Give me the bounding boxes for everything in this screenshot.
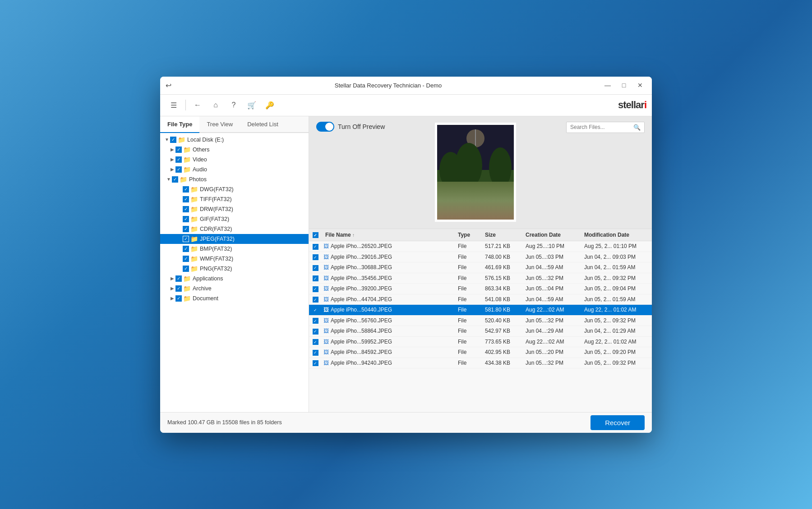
row-checkbox[interactable]: ✓ <box>313 254 318 260</box>
file-type-icon: 🖼 <box>323 317 329 324</box>
minimize-button[interactable]: — <box>601 79 614 92</box>
tree-item-label: PNG(FAT32) <box>200 266 232 272</box>
tree-checkbox[interactable]: ✓ <box>175 285 182 292</box>
row-checkbox-cell: ✓ <box>309 275 322 282</box>
row-checkbox[interactable]: ✓ <box>313 339 318 345</box>
tree-item-jpeg[interactable]: ✓ 📁 JPEG(FAT32) <box>160 234 309 244</box>
table-row[interactable]: ✓ 🖼 Apple iPho...56760.JPEG File 520.40 … <box>309 316 652 326</box>
row-filename: Apple iPho...39200.JPEG <box>331 285 392 292</box>
table-row[interactable]: ✓ 🖼 Apple iPho...39200.JPEG File 863.34 … <box>309 284 652 294</box>
svg-point-5 <box>455 143 482 188</box>
cart-button[interactable]: 🛒 <box>244 97 260 113</box>
close-button[interactable]: ✕ <box>634 79 646 92</box>
menu-button[interactable]: ☰ <box>166 97 182 113</box>
recover-button[interactable]: Recover <box>591 415 645 430</box>
table-row[interactable]: ✓ 🖼 Apple iPho...59952.JPEG File 773.65 … <box>309 337 652 348</box>
search-icon[interactable]: 🔍 <box>633 124 641 131</box>
tree-checkbox[interactable]: ✓ <box>175 275 182 282</box>
row-filename-cell: 🖼 Apple iPho...30688.JPEG <box>322 264 458 271</box>
maximize-button[interactable]: □ <box>618 79 630 92</box>
tree-item-others[interactable]: ▶ ✓ 📁 Others <box>160 145 309 155</box>
tree-checkbox[interactable]: ✓ <box>175 147 182 153</box>
table-row[interactable]: ✓ 🖼 Apple iPho...58864.JPEG File 542.97 … <box>309 326 652 337</box>
row-checkbox[interactable]: ✓ <box>313 297 318 303</box>
tree-item-wmf[interactable]: ✓ 📁 WMF(FAT32) <box>160 254 309 264</box>
tree-checkbox[interactable]: ✓ <box>183 186 189 193</box>
row-checkbox-cell: ✓ <box>309 349 322 356</box>
help-button[interactable]: ? <box>226 97 242 113</box>
tree-checkbox[interactable]: ✓ <box>183 256 189 262</box>
tree-item-photos[interactable]: ▼ ✓ 📁 Photos <box>160 174 309 184</box>
tree-item-audio[interactable]: ▶ ✓ 📁 Audio <box>160 165 309 174</box>
tab-deleted-list[interactable]: Deleted List <box>240 116 286 133</box>
tree-item-tiff[interactable]: ✓ 📁 TIFF(FAT32) <box>160 194 309 204</box>
table-row[interactable]: ✓ 🖼 Apple iPho...29016.JPEG File 748.00 … <box>309 252 652 263</box>
table-row[interactable]: ✓ 🖼 Apple iPho...44704.JPEG File 541.08 … <box>309 294 652 305</box>
tree-checkbox[interactable]: ✓ <box>183 226 189 232</box>
tree-checkbox[interactable]: ✓ <box>175 295 182 302</box>
home-button[interactable]: ⌂ <box>208 97 224 113</box>
header-creation[interactable]: Creation Date <box>526 232 584 238</box>
tree-item-cdr[interactable]: ✓ 📁 CDR(FAT32) <box>160 224 309 234</box>
tree-checkbox[interactable]: ✓ <box>183 236 189 242</box>
tree-item-video[interactable]: ▶ ✓ 📁 Video <box>160 155 309 165</box>
row-modification: Aug 25, 2... 01:10 PM <box>584 243 652 249</box>
row-checkbox[interactable]: ✓ <box>313 265 318 271</box>
tree-item-gif[interactable]: ✓ 📁 GIF(FAT32) <box>160 214 309 224</box>
tree-item-bmp[interactable]: ✓ 📁 BMP(FAT32) <box>160 244 309 254</box>
main-window: ↩ Stellar Data Recovery Technician - Dem… <box>160 77 652 433</box>
row-type: File <box>458 296 485 303</box>
tree-item-png[interactable]: ✓ 📁 PNG(FAT32) <box>160 264 309 274</box>
row-checkbox[interactable]: ✓ <box>313 350 318 356</box>
tree-checkbox[interactable]: ✓ <box>183 246 189 252</box>
tree-checkbox[interactable]: ✓ <box>175 166 182 173</box>
tree-item-dwg[interactable]: ✓ 📁 DWG(FAT32) <box>160 184 309 194</box>
row-filename-cell: 🖼 Apple iPho...44704.JPEG <box>322 296 458 303</box>
row-checkbox[interactable]: ✓ <box>313 329 318 335</box>
toggle-label: Turn Off Preview <box>338 123 385 130</box>
back-button[interactable]: ← <box>189 97 206 113</box>
tree-item-local-disk[interactable]: ▼ ✓ 📁 Local Disk (E:) <box>160 135 309 145</box>
key-button[interactable]: 🔑 <box>262 97 278 113</box>
tree-item-archive[interactable]: ▶ ✓ 📁 Archive <box>160 284 309 293</box>
tree-checkbox[interactable]: ✓ <box>170 137 176 143</box>
row-checkbox[interactable]: ✓ <box>313 307 318 313</box>
tree-item-label: GIF(FAT32) <box>200 216 229 222</box>
toolbar-divider <box>185 100 186 110</box>
table-row[interactable]: ✓ 🖼 Apple iPho...84592.JPEG File 402.95 … <box>309 347 652 358</box>
tree-checkbox[interactable]: ✓ <box>183 216 189 222</box>
tree-item-document[interactable]: ▶ ✓ 📁 Document <box>160 293 309 303</box>
tree-checkbox[interactable]: ✓ <box>183 196 189 202</box>
row-checkbox[interactable]: ✓ <box>313 244 318 250</box>
table-row[interactable]: ✓ 🖼 Apple iPho...35456.JPEG File 576.15 … <box>309 273 652 284</box>
row-checkbox[interactable]: ✓ <box>313 286 318 292</box>
row-filename-cell: 🖼 Apple iPho...56760.JPEG <box>322 317 458 324</box>
file-type-icon: 🖼 <box>323 349 329 355</box>
table-row[interactable]: ✓ 🖼 Apple iPho...94240.JPEG File 434.38 … <box>309 358 652 369</box>
row-checkbox[interactable]: ✓ <box>313 275 318 281</box>
tree-checkbox[interactable]: ✓ <box>172 176 178 183</box>
tree-checkbox[interactable]: ✓ <box>183 266 189 272</box>
sort-arrow: ↑ <box>352 233 355 238</box>
table-row[interactable]: ✓ 🖼 Apple iPho...30688.JPEG File 461.69 … <box>309 262 652 273</box>
header-modification[interactable]: Modification Date <box>584 232 652 238</box>
header-name[interactable]: File Name ↑ <box>322 232 458 238</box>
tree-checkbox[interactable]: ✓ <box>175 156 182 163</box>
row-checkbox[interactable]: ✓ <box>313 318 318 324</box>
tree-item-applications[interactable]: ▶ ✓ 📁 Applications <box>160 274 309 284</box>
tree-checkbox[interactable]: ✓ <box>183 206 189 212</box>
header-checkbox[interactable]: ✓ <box>313 232 318 238</box>
header-type[interactable]: Type <box>458 232 485 238</box>
row-checkbox[interactable]: ✓ <box>313 360 318 366</box>
row-filename: Apple iPho...50440.JPEG <box>331 307 392 313</box>
tab-tree-view[interactable]: Tree View <box>199 116 240 133</box>
row-creation: Jun 05...:32 PM <box>526 317 584 324</box>
header-size[interactable]: Size <box>485 232 526 238</box>
search-input[interactable] <box>570 124 633 130</box>
tree-item-drw[interactable]: ✓ 📁 DRW(FAT32) <box>160 204 309 214</box>
tab-file-type[interactable]: File Type <box>160 116 199 133</box>
table-row[interactable]: ✓ 🖼 Apple iPho...50440.JPEG File 581.80 … <box>309 305 652 316</box>
table-row[interactable]: ✓ 🖼 Apple iPho...26520.JPEG File 517.21 … <box>309 241 652 252</box>
preview-toggle[interactable] <box>316 122 334 132</box>
row-size: 541.08 KB <box>485 296 526 303</box>
